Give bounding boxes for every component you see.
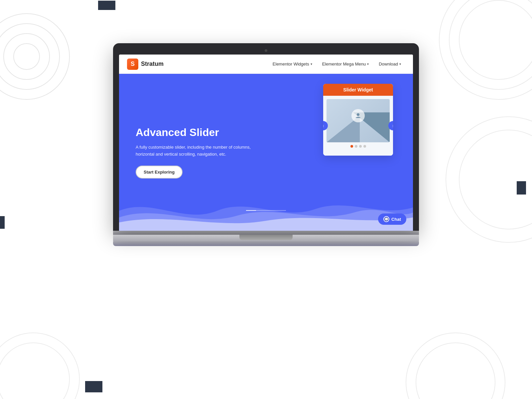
chat-icon: 💬: [383, 216, 389, 222]
circle-decoration: [0, 23, 60, 90]
laptop-screen: S Stratum Elementor Widgets ▾ Elementor …: [119, 55, 413, 231]
chevron-down-icon: ▾: [311, 62, 312, 66]
square-decoration: [85, 381, 102, 392]
circle-decoration: [446, 116, 532, 243]
circle-decoration: [416, 342, 495, 399]
hero-title: Advanced Slider: [136, 126, 269, 139]
hero-wave: [119, 191, 413, 231]
circle-decoration: [0, 342, 70, 399]
laptop-camera: [265, 49, 267, 52]
chat-label: Chat: [391, 217, 401, 222]
slider-dot-2[interactable]: [355, 145, 357, 148]
widget-card-body: ‹ ›: [323, 96, 393, 156]
widget-card-header: Slider Widget: [323, 84, 393, 96]
circle-decoration: [459, 0, 532, 80]
navbar: S Stratum Elementor Widgets ▾ Elementor …: [119, 55, 413, 74]
laptop-base: [113, 231, 419, 246]
nav-item-elementor-widgets[interactable]: Elementor Widgets ▾: [269, 60, 316, 68]
hero-description: A fully customizable slider, including t…: [136, 144, 269, 158]
slider-line-seg: [246, 210, 256, 211]
logo-icon: S: [127, 59, 138, 70]
laptop-bottom-edge: [113, 241, 419, 246]
chevron-down-icon: ▾: [399, 62, 401, 66]
slider-line-seg: [276, 210, 286, 211]
slider-progress-indicator: [246, 210, 286, 211]
start-exploring-button[interactable]: Start Exploring: [136, 166, 183, 179]
square-decoration: [0, 216, 5, 229]
circle-decoration: [3, 33, 50, 80]
slider-dot-4[interactable]: [363, 145, 366, 148]
widget-card: Slider Widget: [323, 84, 393, 156]
chat-button[interactable]: 💬 Chat: [378, 213, 406, 225]
circle-decoration: [13, 43, 40, 70]
logo-text: Stratum: [141, 61, 164, 67]
nav-menu: Elementor Widgets ▾ Elementor Mega Menu …: [269, 60, 405, 68]
image-icon: [351, 109, 365, 122]
square-decoration: [98, 1, 115, 10]
circle-decoration: [459, 130, 532, 229]
laptop: S Stratum Elementor Widgets ▾ Elementor …: [113, 43, 419, 246]
circle-decoration: [0, 13, 70, 100]
slider-dot-3[interactable]: [359, 145, 362, 148]
hero-section: Advanced Slider A fully customizable sli…: [119, 74, 413, 231]
chevron-down-icon: ▾: [367, 62, 369, 66]
svg-point-0: [357, 113, 359, 116]
nav-item-mega-menu[interactable]: Elementor Mega Menu ▾: [318, 60, 373, 68]
slider-dots: [327, 145, 390, 148]
slider-line-seg: [256, 210, 266, 211]
slider-dot-1[interactable]: [350, 145, 353, 148]
circle-decoration: [439, 0, 532, 100]
widget-image: [327, 99, 390, 142]
circle-decoration: [449, 0, 532, 90]
website: S Stratum Elementor Widgets ▾ Elementor …: [119, 55, 413, 231]
laptop-screen-bezel: S Stratum Elementor Widgets ▾ Elementor …: [113, 43, 419, 231]
circle-decoration: [0, 332, 80, 399]
square-decoration: [517, 181, 526, 195]
slider-line-seg: [266, 210, 276, 211]
logo: S Stratum: [127, 59, 164, 70]
hero-content: Advanced Slider A fully customizable sli…: [136, 126, 269, 179]
circle-decoration: [406, 332, 505, 399]
nav-item-download[interactable]: Download ▾: [375, 60, 405, 68]
laptop-notch: [239, 235, 293, 240]
